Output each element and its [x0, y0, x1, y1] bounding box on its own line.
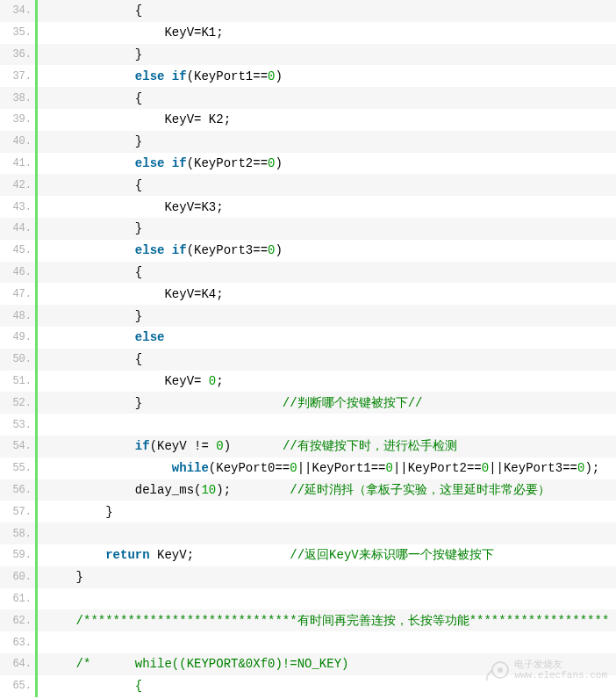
code-line: 58.	[0, 522, 616, 544]
code-line: 38. {	[0, 87, 616, 109]
code-content: /* while((KEYPORT&0Xf0)!=NO_KEY)	[38, 657, 348, 671]
code-content: {	[38, 178, 142, 192]
code-line: 48. }	[0, 305, 616, 327]
line-number: 61.	[0, 593, 35, 605]
code-content: KeyV= K2;	[38, 112, 231, 126]
code-content: {	[38, 352, 142, 366]
code-line: 59. return KeyV; //返回KeyV来标识哪一个按键被按下	[0, 544, 616, 566]
line-number: 62.	[0, 615, 35, 627]
code-content: }	[38, 47, 142, 61]
code-line: 46. {	[0, 262, 616, 284]
code-content: KeyV=K3;	[38, 200, 224, 214]
code-line: 43. KeyV=K3;	[0, 196, 616, 218]
line-number: 56.	[0, 484, 35, 496]
change-bar	[35, 414, 38, 436]
code-line: 52. } //判断哪个按键被按下//	[0, 392, 616, 414]
code-line: 45. else if(KeyPort3==0)	[0, 240, 616, 262]
line-number: 52.	[0, 397, 35, 409]
code-line: 50. {	[0, 349, 616, 371]
code-line: 54. if(KeyV != 0) //有按键按下时，进行松手检测	[0, 436, 616, 458]
code-content: KeyV=K1;	[38, 25, 224, 40]
code-content: while(KeyPort0==0||KeyPort1==0||KeyPort2…	[38, 461, 599, 475]
code-content: }	[38, 570, 83, 584]
code-content: } //判断哪个按键被按下//	[38, 395, 422, 411]
code-content: }	[38, 134, 142, 148]
line-number: 50.	[0, 353, 35, 365]
code-content: else if(KeyPort1==0)	[38, 69, 283, 83]
line-number: 48.	[0, 310, 35, 322]
line-number: 34.	[0, 4, 35, 17]
code-listing: 34. {35. KeyV=K1;36. }37. else if(KeyPor…	[0, 0, 616, 697]
line-number: 59.	[0, 549, 35, 561]
line-number: 38.	[0, 92, 35, 104]
line-number: 45.	[0, 244, 35, 256]
change-bar	[35, 522, 38, 544]
code-content: {	[38, 4, 142, 18]
code-content: KeyV= 0;	[38, 374, 224, 388]
code-line: 57. }	[0, 501, 616, 522]
code-line: 62. /*****************************有时间再完善…	[0, 609, 616, 631]
line-number: 51.	[0, 375, 35, 387]
code-content: else if(KeyPort2==0)	[38, 156, 283, 170]
line-number: 47.	[0, 288, 35, 300]
line-number: 46.	[0, 266, 35, 278]
code-content: return KeyV; //返回KeyV来标识哪一个按键被按下	[38, 547, 494, 563]
code-content: /*****************************有时间再完善连按，长…	[38, 613, 609, 629]
line-number: 54.	[0, 440, 35, 452]
code-line: 42. {	[0, 174, 616, 196]
line-number: 58.	[0, 528, 35, 540]
line-number: 40.	[0, 135, 35, 148]
line-number: 60.	[0, 571, 35, 583]
code-line: 64. /* while((KEYPORT&0Xf0)!=NO_KEY)	[0, 653, 616, 675]
code-line: 36. }	[0, 44, 616, 66]
line-number: 37.	[0, 70, 35, 83]
line-number: 57.	[0, 506, 35, 518]
code-line: 65. {	[0, 675, 616, 697]
code-content: KeyV=K4;	[38, 287, 224, 301]
line-number: 64.	[0, 658, 35, 670]
code-content: {	[38, 679, 142, 693]
line-number: 36.	[0, 48, 35, 61]
line-number: 44.	[0, 222, 35, 234]
code-line: 41. else if(KeyPort2==0)	[0, 153, 616, 175]
line-number: 42.	[0, 179, 35, 191]
change-bar	[35, 631, 38, 653]
code-line: 35. KeyV=K1;	[0, 22, 616, 44]
code-line: 51. KeyV= 0;	[0, 371, 616, 393]
line-number: 49.	[0, 331, 35, 343]
line-number: 43.	[0, 201, 35, 213]
code-content: }	[38, 505, 113, 519]
code-content: else	[38, 330, 164, 344]
code-content: delay_ms(10); //延时消抖（拿板子实验，这里延时非常必要）	[38, 482, 550, 498]
code-line: 63.	[0, 631, 616, 653]
code-content: {	[38, 91, 142, 105]
line-number: 41.	[0, 157, 35, 169]
line-number: 63.	[0, 637, 35, 649]
code-line: 34. {	[0, 0, 616, 22]
code-line: 60. }	[0, 566, 616, 588]
code-content: else if(KeyPort3==0)	[38, 243, 283, 257]
code-line: 61.	[0, 588, 616, 610]
line-number: 53.	[0, 419, 35, 431]
code-line: 49. else	[0, 327, 616, 349]
code-line: 55. while(KeyPort0==0||KeyPort1==0||KeyP…	[0, 458, 616, 479]
code-line: 53.	[0, 414, 616, 436]
line-number: 65.	[0, 680, 35, 692]
line-number: 35.	[0, 26, 35, 39]
code-content: {	[38, 265, 142, 279]
code-content: }	[38, 309, 142, 323]
code-content: if(KeyV != 0) //有按键按下时，进行松手检测	[38, 438, 457, 454]
line-number: 55.	[0, 462, 35, 474]
code-line: 56. delay_ms(10); //延时消抖（拿板子实验，这里延时非常必要）	[0, 479, 616, 501]
code-line: 37. else if(KeyPort1==0)	[0, 65, 616, 87]
code-content: }	[38, 221, 142, 235]
code-line: 39. KeyV= K2;	[0, 109, 616, 131]
change-bar	[35, 588, 38, 610]
code-line: 40. }	[0, 131, 616, 153]
code-line: 47. KeyV=K4;	[0, 283, 616, 305]
code-line: 44. }	[0, 218, 616, 240]
line-number: 39.	[0, 113, 35, 126]
